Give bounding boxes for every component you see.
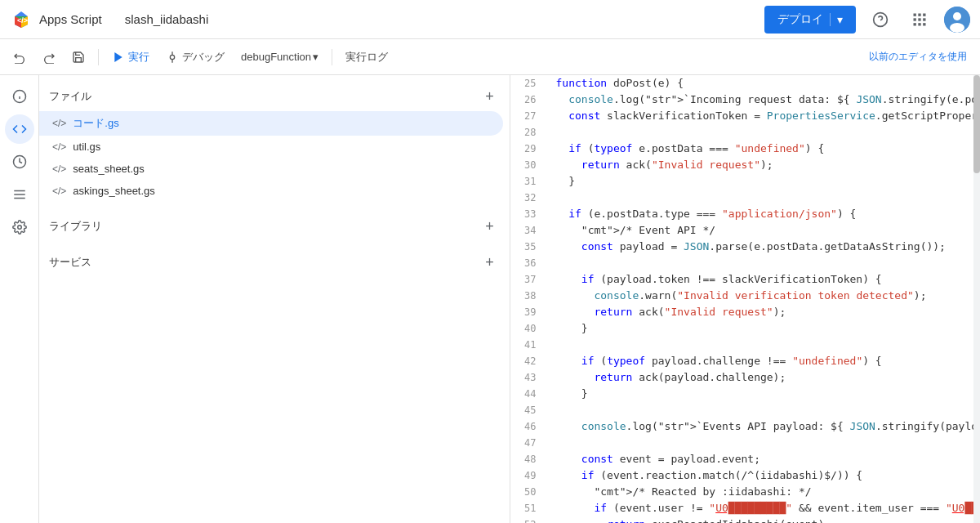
help-button[interactable] xyxy=(866,5,895,34)
apps-script-logo-icon: </> xyxy=(10,8,33,31)
file-name: コード.gs xyxy=(73,116,118,131)
line-number: 29 xyxy=(510,141,550,157)
line-number: 42 xyxy=(510,353,550,369)
use-old-editor-button[interactable]: 以前のエディタを使用 xyxy=(862,47,973,67)
add-file-button[interactable]: + xyxy=(480,87,500,106)
debug-button[interactable]: デバッグ xyxy=(159,44,231,70)
undo-icon xyxy=(13,51,26,64)
line-code[interactable]: if (event.reaction.match(/^(iidabashi)$/… xyxy=(550,467,981,484)
scrollbar-thumb[interactable] xyxy=(973,75,980,173)
line-code[interactable]: "cmt">/* Reacted by :iidabashi: */ xyxy=(550,484,981,500)
line-number: 41 xyxy=(510,337,550,353)
debug-function-label: debugFunction xyxy=(241,51,311,63)
libraries-section-header[interactable]: ライブラリ + xyxy=(39,212,510,241)
line-code[interactable] xyxy=(550,337,981,353)
line-code[interactable]: } xyxy=(550,320,981,337)
redo-button[interactable] xyxy=(36,44,62,70)
code-line: 33 if (e.postData.type === "application/… xyxy=(510,206,981,222)
line-code[interactable]: if (payload.token !== slackVerificationT… xyxy=(550,271,981,288)
line-number: 30 xyxy=(510,157,550,173)
file-item[interactable]: </>util.gs xyxy=(39,136,503,158)
line-code[interactable] xyxy=(550,190,981,206)
save-button[interactable] xyxy=(65,44,91,70)
sidebar-icon-info[interactable] xyxy=(5,82,34,111)
file-item[interactable]: </>askings_sheet.gs xyxy=(39,180,503,202)
line-number: 46 xyxy=(510,418,550,435)
services-section-title: サービス xyxy=(49,255,91,270)
sidebar-icon-clock[interactable] xyxy=(5,147,34,177)
file-icon: </> xyxy=(52,118,66,129)
code-container: 25function doPost(e) {26 console.log("st… xyxy=(510,75,981,523)
svg-point-17 xyxy=(170,55,174,59)
line-code[interactable]: if (event.user != "U0█████████" && event… xyxy=(550,500,981,516)
line-code[interactable] xyxy=(550,402,981,418)
scrollbar-track[interactable] xyxy=(973,75,980,523)
line-number: 37 xyxy=(510,271,550,288)
sidebar-icon-code[interactable] xyxy=(5,114,34,144)
line-code[interactable]: return ack(payload.challenge); xyxy=(550,369,981,386)
line-code[interactable]: if (typeof payload.challenge !== "undefi… xyxy=(550,353,981,369)
file-item[interactable]: </>コード.gs xyxy=(39,111,503,136)
code-icon xyxy=(12,122,27,136)
code-line: 48 const event = payload.event; xyxy=(510,451,981,467)
debug-function-selector[interactable]: debugFunction ▾ xyxy=(234,44,325,70)
code-line: 42 if (typeof payload.challenge !== "und… xyxy=(510,353,981,369)
code-line: 51 if (event.user != "U0█████████" && ev… xyxy=(510,500,981,516)
sidebar-icon-trigger[interactable] xyxy=(5,180,34,209)
code-line: 45 xyxy=(510,402,981,418)
line-code[interactable]: return ack("Invalid request"); xyxy=(550,304,981,320)
sidebar-icon-settings[interactable] xyxy=(5,212,34,242)
add-library-button[interactable]: + xyxy=(480,217,500,236)
line-code[interactable]: const slackVerificationToken = Propertie… xyxy=(550,108,981,124)
avatar-icon xyxy=(944,7,970,33)
line-code[interactable]: if (typeof e.postData === "undefined") { xyxy=(550,141,981,157)
code-editor[interactable]: 25function doPost(e) {26 console.log("st… xyxy=(510,75,981,523)
line-number: 26 xyxy=(510,92,550,108)
code-line: 34 "cmt">/* Event API */ xyxy=(510,222,981,239)
line-code[interactable] xyxy=(550,124,981,141)
svg-rect-10 xyxy=(914,23,916,25)
line-code[interactable]: const event = payload.event; xyxy=(550,451,981,467)
file-name: seats_sheet.gs xyxy=(73,163,144,175)
line-number: 52 xyxy=(510,516,550,523)
user-avatar[interactable] xyxy=(944,7,970,33)
line-code[interactable]: function doPost(e) { xyxy=(550,75,981,92)
file-icon: </> xyxy=(52,186,66,197)
line-code[interactable]: const payload = JSON.parse(e.postData.ge… xyxy=(550,239,981,255)
file-icon: </> xyxy=(52,163,66,175)
add-service-button[interactable]: + xyxy=(480,253,500,272)
code-line: 38 console.warn("Invalid verification to… xyxy=(510,288,981,304)
file-list: </>コード.gs</>util.gs</>seats_sheet.gs</>a… xyxy=(39,111,510,202)
grid-apps-button[interactable] xyxy=(905,5,934,34)
app-title: Apps Script xyxy=(39,12,102,26)
line-code[interactable]: } xyxy=(550,386,981,402)
deploy-button[interactable]: デプロイ ▾ xyxy=(764,6,856,34)
toolbar-separator-1 xyxy=(98,49,99,65)
files-section-header[interactable]: ファイル + xyxy=(39,82,510,111)
files-section-title: ファイル xyxy=(49,89,91,104)
code-line: 52 return execReactedIidabashi(event); xyxy=(510,516,981,523)
file-item[interactable]: </>seats_sheet.gs xyxy=(39,158,503,180)
line-code[interactable]: console.log("str">`Incoming request data… xyxy=(550,92,981,108)
code-line: 41 xyxy=(510,337,981,353)
line-code[interactable] xyxy=(550,435,981,451)
undo-button[interactable] xyxy=(7,44,33,70)
code-line: 28 xyxy=(510,124,981,141)
file-name: util.gs xyxy=(73,141,100,153)
execution-log-button[interactable]: 実行ログ xyxy=(339,44,394,70)
line-code[interactable]: console.log("str">`Events API payload: $… xyxy=(550,418,981,435)
file-name: askings_sheet.gs xyxy=(73,185,154,197)
line-number: 45 xyxy=(510,402,550,418)
debug-icon xyxy=(166,51,179,64)
line-code[interactable] xyxy=(550,255,981,271)
line-code[interactable]: if (e.postData.type === "application/jso… xyxy=(550,206,981,222)
line-code[interactable]: } xyxy=(550,173,981,190)
run-button[interactable]: 実行 xyxy=(105,44,156,70)
line-code[interactable]: return execReactedIidabashi(event); xyxy=(550,516,981,523)
line-number: 34 xyxy=(510,222,550,239)
services-section-header[interactable]: サービス + xyxy=(39,248,510,277)
line-number: 27 xyxy=(510,108,550,124)
line-code[interactable]: "cmt">/* Event API */ xyxy=(550,222,981,239)
line-code[interactable]: console.warn("Invalid verification token… xyxy=(550,288,981,304)
line-code[interactable]: return ack("Invalid request"); xyxy=(550,157,981,173)
